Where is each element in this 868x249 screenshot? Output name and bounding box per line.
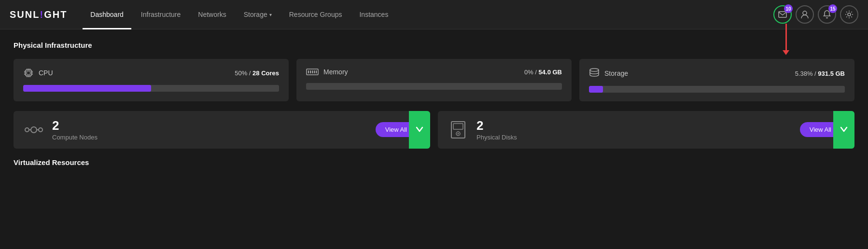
compute-nodes-card: 2 Compute Nodes View All	[14, 111, 430, 149]
memory-icon	[306, 68, 319, 76]
cpu-label-group: CPU	[23, 68, 53, 78]
physical-disk-icon	[448, 119, 469, 140]
nav-item-networks[interactable]: Networks	[190, 0, 234, 29]
svg-point-23	[590, 69, 599, 71]
logo: SUNL!GHT	[10, 9, 67, 20]
memory-progress-bar	[306, 83, 562, 90]
storage-progress-bar	[589, 86, 845, 93]
svg-rect-0	[779, 12, 786, 17]
cpu-progress-bar	[23, 85, 279, 92]
svg-rect-4	[27, 71, 30, 75]
svg-point-32	[458, 133, 459, 134]
resources-row: 2 Compute Nodes View All 2	[14, 111, 854, 149]
physical-disks-trend-tab	[833, 111, 854, 149]
svg-rect-22	[316, 70, 317, 73]
compute-node-icon	[23, 119, 44, 140]
svg-point-26	[39, 128, 42, 132]
storage-icon	[589, 68, 600, 79]
mail-button[interactable]: 10	[773, 5, 792, 24]
physical-disks-card: 2 Physical Disks View All	[438, 111, 854, 149]
storage-label: Storage	[604, 69, 628, 77]
svg-rect-20	[312, 70, 313, 73]
storage-header: Storage 5.38% / 931.5 GB	[589, 68, 845, 79]
svg-point-1	[803, 11, 807, 15]
header: SUNL!GHT Dashboard Infrastructure Networ…	[0, 0, 868, 29]
storage-label-group: Storage	[589, 68, 628, 79]
svg-rect-18	[308, 70, 309, 73]
storage-value: 5.38% / 931.5 GB	[795, 70, 845, 77]
storage-dropdown-arrow: ▾	[269, 12, 272, 17]
cpu-header: CPU 50% / 28 Cores	[23, 68, 279, 78]
nav-item-infrastructure[interactable]: Infrastructure	[133, 0, 188, 29]
physical-disks-info: 2 Physical Disks	[476, 119, 792, 141]
storage-progress-fill	[589, 86, 603, 93]
svg-rect-21	[314, 70, 315, 73]
main-nav: Dashboard Infrastructure Networks Storag…	[83, 0, 773, 29]
logo-highlight: !	[40, 9, 44, 20]
memory-header: Memory 0% / 54.0 GB	[306, 68, 562, 76]
cpu-value: 50% / 28 Cores	[235, 69, 279, 77]
user-button[interactable]	[796, 5, 814, 24]
compute-nodes-count: 2	[52, 119, 368, 133]
settings-button[interactable]	[840, 5, 858, 24]
nav-item-resource-groups[interactable]: Resource Groups	[281, 0, 350, 29]
compute-nodes-info: 2 Compute Nodes	[52, 119, 368, 141]
svg-rect-3	[26, 70, 31, 76]
memory-card: Memory 0% / 54.0 GB	[296, 59, 572, 101]
svg-point-2	[848, 13, 851, 16]
bell-button[interactable]: 15	[818, 5, 836, 24]
svg-point-25	[25, 128, 29, 132]
cpu-label: CPU	[39, 69, 53, 77]
memory-value: 0% / 54.0 GB	[524, 69, 562, 76]
bell-badge: 15	[828, 4, 837, 13]
mail-badge: 10	[784, 4, 793, 13]
header-icons: 10 15	[773, 5, 858, 24]
storage-card: Storage 5.38% / 931.5 GB	[579, 59, 854, 101]
virtualized-resources-title: Virtualized Resources	[14, 158, 854, 166]
nav-item-instances[interactable]: Instances	[351, 0, 396, 29]
svg-rect-19	[310, 70, 311, 73]
compute-nodes-label: Compute Nodes	[52, 134, 368, 141]
physical-infrastructure-title: Physical Infrastructure	[14, 41, 854, 49]
main-content: Physical Infrastructure	[0, 29, 868, 178]
metrics-row: CPU 50% / 28 Cores	[14, 59, 854, 101]
cpu-icon	[23, 68, 34, 78]
nav-item-dashboard[interactable]: Dashboard	[83, 0, 131, 29]
memory-label: Memory	[323, 68, 348, 76]
physical-disks-label: Physical Disks	[476, 134, 792, 141]
memory-label-group: Memory	[306, 68, 348, 76]
nav-item-storage[interactable]: Storage ▾	[236, 0, 280, 29]
physical-disks-count: 2	[476, 119, 792, 133]
compute-nodes-trend-tab	[409, 111, 430, 149]
svg-rect-30	[453, 124, 463, 129]
cpu-card: CPU 50% / 28 Cores	[14, 59, 289, 101]
cpu-progress-fill	[23, 85, 151, 92]
svg-point-24	[31, 127, 37, 133]
